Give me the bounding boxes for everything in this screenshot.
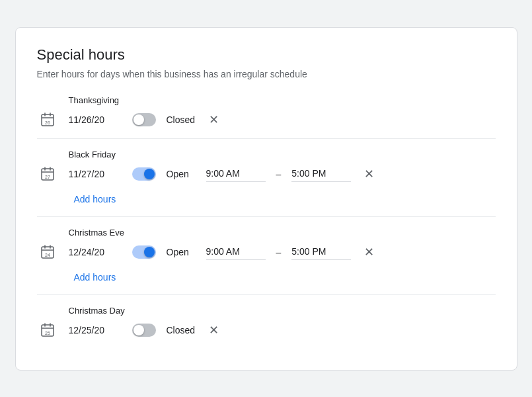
time-separator-christmas-eve-0: – xyxy=(276,247,282,257)
add-hours-row-black-friday: Add hours xyxy=(69,190,496,208)
remove-holiday-button-christmas-eve[interactable]: ✕ xyxy=(361,243,377,261)
remove-holiday-button-thanksgiving[interactable]: ✕ xyxy=(206,111,221,128)
holiday-date-thanksgiving: 11/26/20 xyxy=(69,114,122,125)
holiday-name-thanksgiving: Thanksgiving xyxy=(69,95,496,105)
end-time-black-friday-0[interactable] xyxy=(291,165,351,182)
holiday-block-black-friday: Black Friday 27 11/27/20Open–✕Add hours xyxy=(37,150,496,208)
toggle-wrap-christmas-eve xyxy=(132,245,156,259)
toggle-wrap-thanksgiving xyxy=(132,113,156,126)
holiday-block-thanksgiving: Thanksgiving 26 11/26/20Closed✕ xyxy=(37,95,496,130)
remove-holiday-button-black-friday[interactable]: ✕ xyxy=(361,165,377,183)
status-label-christmas-eve: Open xyxy=(167,247,196,257)
holiday-block-christmas-eve: Christmas Eve 24 12/24/20Open–✕Add hours xyxy=(37,228,496,287)
page-title: Special hours xyxy=(37,46,496,64)
calendar-icon-christmas-eve: 24 xyxy=(37,242,58,263)
subtitle: Enter hours for days when this business … xyxy=(37,69,496,79)
start-time-black-friday-0[interactable] xyxy=(206,165,266,182)
holiday-block-christmas-day: Christmas Day 25 12/25/20Closed✕ xyxy=(37,306,496,341)
svg-text:27: 27 xyxy=(45,175,50,179)
holiday-name-black-friday: Black Friday xyxy=(69,150,496,159)
holiday-date-black-friday: 11/27/20 xyxy=(69,169,122,179)
start-time-christmas-eve-0[interactable] xyxy=(206,243,266,260)
holiday-name-christmas-day: Christmas Day xyxy=(69,306,496,316)
status-label-black-friday: Open xyxy=(167,169,196,179)
holiday-date-christmas-eve: 12/24/20 xyxy=(69,247,122,257)
holiday-row-christmas-eve: 24 12/24/20Open–✕ xyxy=(37,242,496,263)
add-hours-button-christmas-eve[interactable]: Add hours xyxy=(69,268,122,287)
svg-text:25: 25 xyxy=(45,331,50,335)
toggle-christmas-day[interactable] xyxy=(132,324,156,337)
svg-text:24: 24 xyxy=(45,253,50,257)
holiday-row-christmas-day: 25 12/25/20Closed✕ xyxy=(37,320,496,341)
special-hours-card: Special hours Enter hours for days when … xyxy=(15,27,517,371)
toggle-wrap-black-friday xyxy=(132,167,156,181)
holiday-date-christmas-day: 12/25/20 xyxy=(69,325,122,335)
toggle-black-friday[interactable] xyxy=(132,167,156,181)
time-separator-black-friday-0: – xyxy=(276,169,282,179)
remove-holiday-button-christmas-day[interactable]: ✕ xyxy=(206,322,221,339)
add-hours-row-christmas-eve: Add hours xyxy=(69,268,496,287)
divider xyxy=(37,138,496,139)
svg-text:26: 26 xyxy=(45,120,50,125)
toggle-christmas-eve[interactable] xyxy=(132,245,156,259)
holiday-row-black-friday: 27 11/27/20Open–✕ xyxy=(37,163,496,185)
end-time-christmas-eve-0[interactable] xyxy=(291,243,351,260)
toggle-thanksgiving[interactable] xyxy=(132,113,156,126)
divider xyxy=(37,294,496,295)
divider xyxy=(37,216,496,217)
status-label-christmas-day: Closed xyxy=(167,325,196,335)
status-label-thanksgiving: Closed xyxy=(167,114,196,125)
add-hours-button-black-friday[interactable]: Add hours xyxy=(69,190,122,208)
holiday-name-christmas-eve: Christmas Eve xyxy=(69,228,496,238)
calendar-icon-thanksgiving: 26 xyxy=(37,109,58,130)
calendar-icon-christmas-day: 25 xyxy=(37,320,58,341)
calendar-icon-black-friday: 27 xyxy=(37,163,58,185)
holiday-row-thanksgiving: 26 11/26/20Closed✕ xyxy=(37,109,496,130)
toggle-wrap-christmas-day xyxy=(132,324,156,337)
holidays-list: Thanksgiving 26 11/26/20Closed✕Black Fri… xyxy=(37,95,496,341)
